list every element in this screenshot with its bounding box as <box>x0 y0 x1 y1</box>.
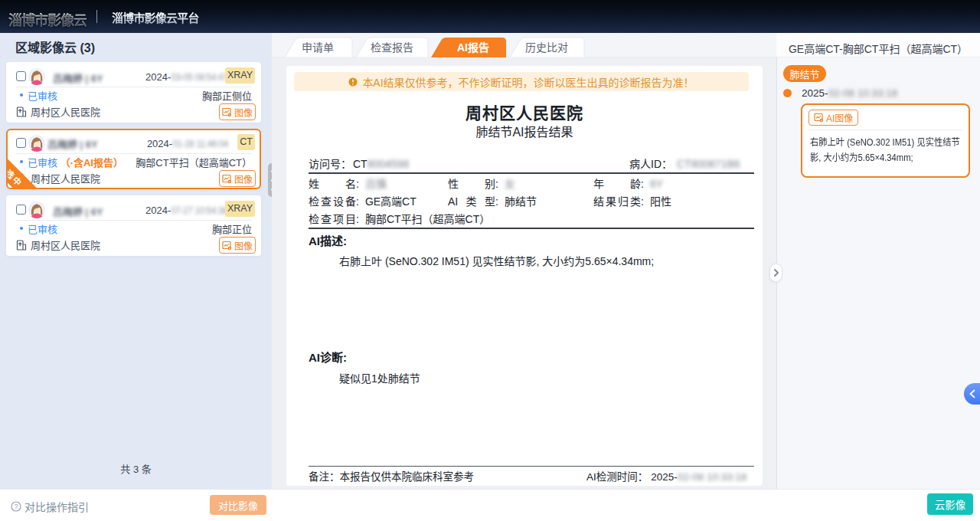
svg-text:检查报告: 检查报告 <box>371 41 413 54</box>
svg-text:历史比对: 历史比对 <box>525 41 568 54</box>
svg-text:申请单: 申请单 <box>302 41 334 54</box>
svg-text:?: ? <box>14 503 18 510</box>
svg-text:AI报告: AI报告 <box>457 41 489 54</box>
